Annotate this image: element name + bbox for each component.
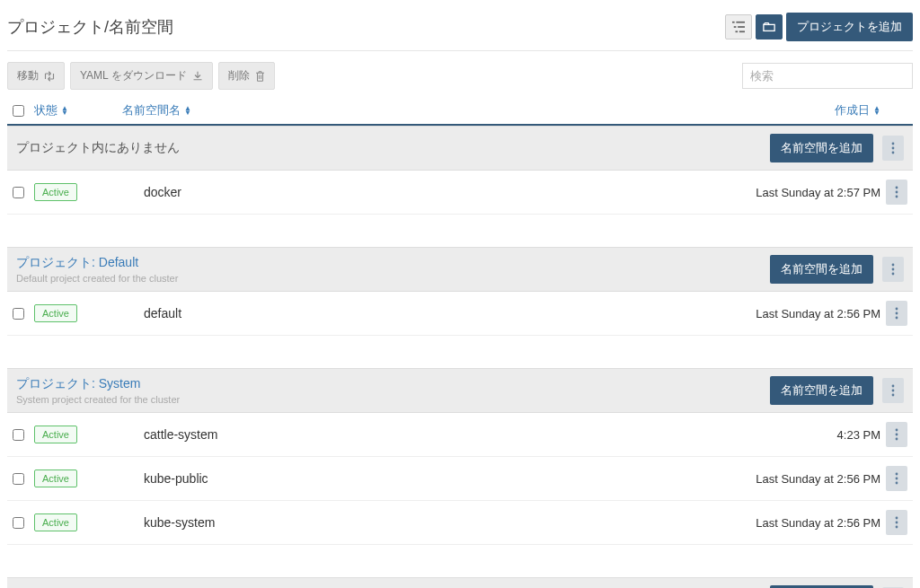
group-menu-button[interactable] (882, 257, 904, 282)
row-menu-button[interactable] (886, 422, 907, 447)
sort-icon: ▲▼ (184, 106, 191, 115)
group-header: プロジェクト: DefaultDefault project created f… (7, 247, 913, 292)
svg-point-7 (892, 143, 895, 145)
svg-point-16 (896, 308, 898, 311)
delete-label: 削除 (228, 68, 250, 83)
table-row: Activekube-publicLast Sunday at 2:56 PM (7, 457, 913, 501)
svg-point-18 (896, 317, 898, 320)
svg-point-8 (892, 147, 895, 150)
divider (7, 50, 913, 51)
view-flat-toggle[interactable] (756, 14, 783, 39)
trash-icon (255, 71, 265, 82)
svg-rect-5 (739, 31, 745, 32)
row-menu-button[interactable] (886, 180, 907, 205)
group-actions: 名前空間を追加 (770, 134, 904, 162)
namespace-name: docker (106, 185, 719, 199)
svg-point-10 (896, 187, 898, 189)
created-date: Last Sunday at 2:56 PM (719, 472, 880, 486)
group-title-box: プロジェクト: SystemSystem project created for… (16, 376, 180, 405)
group-subtitle: Default project created for the cluster (16, 273, 178, 284)
svg-rect-4 (736, 31, 739, 32)
svg-point-20 (892, 390, 895, 392)
svg-point-23 (896, 434, 898, 436)
svg-point-11 (896, 191, 898, 194)
row-menu-button[interactable] (886, 301, 907, 326)
table-row: Activekube-systemLast Sunday at 2:56 PM (7, 501, 913, 545)
svg-rect-3 (738, 26, 745, 28)
row-menu-button[interactable] (886, 510, 907, 535)
status-badge: Active (34, 513, 77, 531)
svg-rect-1 (736, 22, 745, 23)
svg-rect-0 (732, 22, 735, 23)
svg-point-21 (892, 394, 895, 397)
namespace-name: kube-system (106, 515, 719, 530)
svg-point-30 (896, 526, 898, 529)
row-menu-button[interactable] (886, 466, 907, 491)
group-title[interactable]: プロジェクト: Default (16, 255, 178, 271)
svg-point-22 (896, 429, 898, 432)
status-badge: Active (34, 426, 77, 443)
svg-point-25 (896, 473, 898, 476)
status-badge: Active (34, 470, 77, 487)
select-all-checkbox[interactable] (13, 105, 24, 117)
group-menu-button[interactable] (882, 136, 904, 161)
toolbar: 移動 YAML をダウンロード 削除 (7, 58, 913, 97)
group-header: プロジェクト: SystemSystem project created for… (7, 368, 913, 413)
table-row: Activecattle-system4:23 PM (7, 413, 913, 457)
svg-point-28 (896, 517, 898, 520)
row-checkbox[interactable] (13, 429, 24, 441)
page-header: プロジェクト/名前空間 プロジェクトを追加 (7, 7, 913, 50)
row-checkbox[interactable] (13, 187, 24, 198)
svg-rect-2 (734, 26, 737, 28)
row-checkbox[interactable] (13, 517, 24, 529)
group-title-box: プロジェクト: DefaultDefault project created f… (16, 255, 178, 284)
sort-icon: ▲▼ (61, 106, 68, 115)
page-title: プロジェクト/名前空間 (7, 16, 173, 38)
group-header: プロジェクト: sample名前空間を追加 (7, 577, 913, 588)
status-badge: Active (34, 183, 77, 201)
header-actions: プロジェクトを追加 (725, 13, 913, 41)
column-status[interactable]: 状態 ▲▼ (34, 102, 106, 118)
svg-point-26 (896, 478, 898, 480)
table-header: 状態 ▲▼ 名前空間名 ▲▼ 作成日 ▲▼ (7, 97, 913, 126)
row-checkbox[interactable] (13, 308, 24, 320)
add-namespace-button[interactable]: 名前空間を追加 (770, 134, 873, 162)
svg-point-24 (896, 438, 898, 441)
delete-button[interactable]: 削除 (218, 62, 275, 90)
created-date: Last Sunday at 2:56 PM (719, 516, 880, 530)
svg-point-9 (892, 152, 895, 154)
move-icon (44, 71, 55, 82)
add-namespace-button[interactable]: 名前空間を追加 (770, 255, 873, 284)
created-date: Last Sunday at 2:57 PM (719, 186, 880, 199)
namespace-name: default (106, 306, 719, 320)
group-header: プロジェクト内にありません名前空間を追加 (7, 126, 913, 171)
group-title: プロジェクト内にありません (16, 140, 180, 156)
group-menu-button[interactable] (882, 378, 904, 403)
group-title[interactable]: プロジェクト: System (16, 376, 180, 392)
created-date: Last Sunday at 2:56 PM (719, 307, 880, 320)
row-checkbox[interactable] (13, 473, 24, 485)
table-row: ActivedefaultLast Sunday at 2:56 PM (7, 292, 913, 336)
view-tree-toggle[interactable] (725, 14, 752, 39)
table-row: ActivedockerLast Sunday at 2:57 PM (7, 171, 913, 215)
add-namespace-button[interactable]: 名前空間を追加 (770, 376, 873, 405)
download-icon (192, 71, 203, 82)
add-project-button[interactable]: プロジェクトを追加 (786, 13, 913, 41)
svg-point-29 (896, 522, 898, 524)
svg-point-19 (892, 385, 895, 388)
namespace-name: cattle-system (106, 427, 719, 442)
yaml-download-label: YAML をダウンロード (80, 68, 187, 83)
toolbar-actions: 移動 YAML をダウンロード 削除 (7, 62, 275, 90)
svg-point-12 (896, 196, 898, 198)
group-title-box: プロジェクト内にありません (16, 140, 180, 156)
column-created[interactable]: 作成日 ▲▼ (719, 102, 880, 118)
status-badge: Active (34, 304, 77, 322)
column-name[interactable]: 名前空間名 ▲▼ (106, 102, 719, 118)
move-button[interactable]: 移動 (7, 62, 65, 90)
groups-container: プロジェクト内にありません名前空間を追加ActivedockerLast Sun… (7, 126, 913, 588)
namespace-name: kube-public (106, 471, 719, 486)
search-input[interactable] (742, 63, 913, 89)
yaml-download-button[interactable]: YAML をダウンロード (70, 62, 213, 90)
sort-icon: ▲▼ (873, 106, 880, 115)
svg-point-17 (896, 312, 898, 315)
